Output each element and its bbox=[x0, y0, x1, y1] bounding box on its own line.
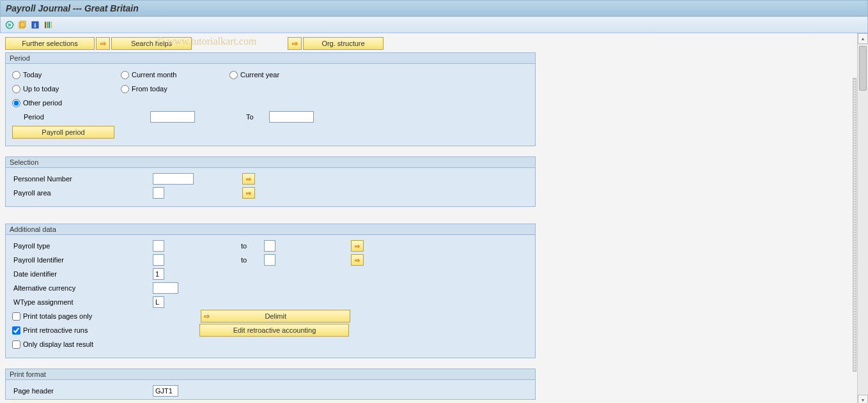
period-from-input[interactable] bbox=[150, 111, 195, 123]
further-selections-button[interactable]: Further selections bbox=[5, 37, 95, 50]
payroll-type-to-input[interactable] bbox=[264, 240, 275, 252]
svg-rect-8 bbox=[50, 22, 52, 28]
date-identifier-label: Date identifier bbox=[12, 270, 153, 278]
arrow-right-icon: ⇨ bbox=[355, 243, 360, 250]
wtype-input[interactable] bbox=[153, 296, 164, 308]
period-to-input[interactable] bbox=[269, 111, 314, 123]
bars-icon[interactable] bbox=[43, 20, 53, 30]
radio-label: From today bbox=[132, 85, 167, 93]
period-group-title: Period bbox=[6, 53, 535, 64]
selection-group: Selection Personnel Number ⇨ Payroll are… bbox=[5, 156, 536, 207]
period-label: Period bbox=[12, 113, 150, 121]
payroll-type-label: Payroll type bbox=[12, 242, 153, 250]
info-icon[interactable]: i bbox=[30, 20, 40, 30]
arrow-right-icon: ⇨ bbox=[246, 190, 251, 197]
additional-group-title: Additional data bbox=[6, 224, 535, 235]
checkbox-label: Print totals pages only bbox=[23, 312, 92, 320]
additional-data-group: Additional data Payroll type to ⇨ Payrol… bbox=[5, 224, 536, 358]
payroll-area-more-button[interactable]: ⇨ bbox=[242, 187, 255, 199]
print-totals-checkbox[interactable]: Print totals pages only bbox=[12, 312, 92, 321]
radio-from-today[interactable]: From today bbox=[121, 85, 229, 93]
variant-icon[interactable] bbox=[17, 20, 27, 30]
arrow-right-icon: ⇨ bbox=[204, 312, 210, 321]
payroll-type-from-input[interactable] bbox=[153, 240, 164, 252]
payroll-identifier-more-button[interactable]: ⇨ bbox=[351, 254, 364, 266]
print-format-title: Print format bbox=[6, 369, 535, 380]
payroll-type-more-button[interactable]: ⇨ bbox=[351, 240, 364, 252]
radio-label: Current month bbox=[132, 71, 176, 79]
wtype-label: WType assignment bbox=[12, 298, 153, 306]
window-title: Payroll Journal --- Great Britain bbox=[0, 0, 868, 17]
scroll-down-icon[interactable]: ▾ bbox=[858, 395, 868, 403]
vertical-scrollbar[interactable]: ▴ ▾ bbox=[857, 33, 868, 403]
radio-current-year[interactable]: Current year bbox=[229, 71, 338, 79]
print-retro-checkbox[interactable]: Print retroactive runs bbox=[12, 326, 88, 335]
svg-rect-7 bbox=[49, 22, 50, 28]
payroll-area-label: Payroll area bbox=[12, 189, 153, 197]
personnel-number-input[interactable] bbox=[153, 173, 194, 185]
to-label: to bbox=[241, 242, 264, 250]
radio-other-period[interactable]: Other period bbox=[12, 99, 121, 107]
scrollbar-thumb[interactable] bbox=[859, 46, 867, 91]
scroll-up-icon[interactable]: ▴ bbox=[858, 33, 868, 44]
selection-buttons-row: Further selections ⇨ Search helps ⇨ Org.… bbox=[5, 37, 850, 50]
page-header-label: Page header bbox=[12, 387, 153, 395]
page-header-input[interactable] bbox=[153, 385, 178, 397]
radio-today[interactable]: Today bbox=[12, 71, 121, 79]
selection-group-title: Selection bbox=[6, 157, 535, 168]
radio-label: Today bbox=[23, 71, 42, 79]
radio-label: Up to today bbox=[23, 85, 59, 93]
org-structure-button[interactable]: Org. structure bbox=[303, 37, 384, 50]
svg-rect-5 bbox=[45, 22, 46, 28]
arrow-right-icon: ⇨ bbox=[292, 40, 298, 48]
radio-label: Current year bbox=[240, 71, 279, 79]
org-arrow-button[interactable]: ⇨ bbox=[288, 37, 302, 50]
search-helps-button[interactable]: Search helps bbox=[111, 37, 192, 50]
svg-text:i: i bbox=[35, 22, 36, 29]
edit-retro-button[interactable]: Edit retroactive accounting bbox=[199, 324, 349, 337]
payroll-area-input[interactable] bbox=[153, 187, 164, 199]
further-arrow-button[interactable]: ⇨ bbox=[96, 37, 110, 50]
arrow-right-icon: ⇨ bbox=[246, 176, 251, 183]
payroll-identifier-from-input[interactable] bbox=[153, 254, 164, 266]
payroll-period-button[interactable]: Payroll period bbox=[12, 126, 114, 139]
checkbox-label: Print retroactive runs bbox=[23, 326, 88, 334]
payroll-identifier-label: Payroll Identifier bbox=[12, 256, 153, 264]
app-toolbar: i bbox=[0, 17, 868, 33]
print-format-group: Print format Page header bbox=[5, 369, 536, 400]
button-label: Delimit bbox=[265, 312, 286, 320]
arrow-right-icon: ⇨ bbox=[355, 257, 360, 264]
arrow-right-icon: ⇨ bbox=[100, 40, 106, 48]
period-to-label: To bbox=[246, 113, 269, 121]
to-label: to bbox=[241, 256, 264, 264]
execute-icon[interactable] bbox=[4, 20, 15, 30]
only-display-checkbox[interactable]: Only display last result bbox=[12, 340, 93, 349]
period-group: Period Today Current month Current year … bbox=[5, 52, 536, 146]
date-identifier-input[interactable] bbox=[153, 268, 164, 280]
radio-up-to-today[interactable]: Up to today bbox=[12, 85, 121, 93]
checkbox-label: Only display last result bbox=[23, 340, 93, 348]
personnel-more-button[interactable]: ⇨ bbox=[242, 173, 255, 185]
personnel-number-label: Personnel Number bbox=[12, 175, 153, 183]
svg-rect-6 bbox=[47, 22, 48, 28]
delimit-button[interactable]: ⇨ Delimit bbox=[201, 310, 350, 323]
alt-currency-input[interactable] bbox=[153, 282, 178, 294]
payroll-identifier-to-input[interactable] bbox=[264, 254, 275, 266]
alt-currency-label: Alternative currency bbox=[12, 284, 153, 292]
radio-label: Other period bbox=[23, 99, 62, 107]
svg-rect-1 bbox=[19, 22, 24, 28]
panel-grip[interactable] bbox=[853, 78, 856, 372]
radio-current-month[interactable]: Current month bbox=[121, 71, 229, 79]
